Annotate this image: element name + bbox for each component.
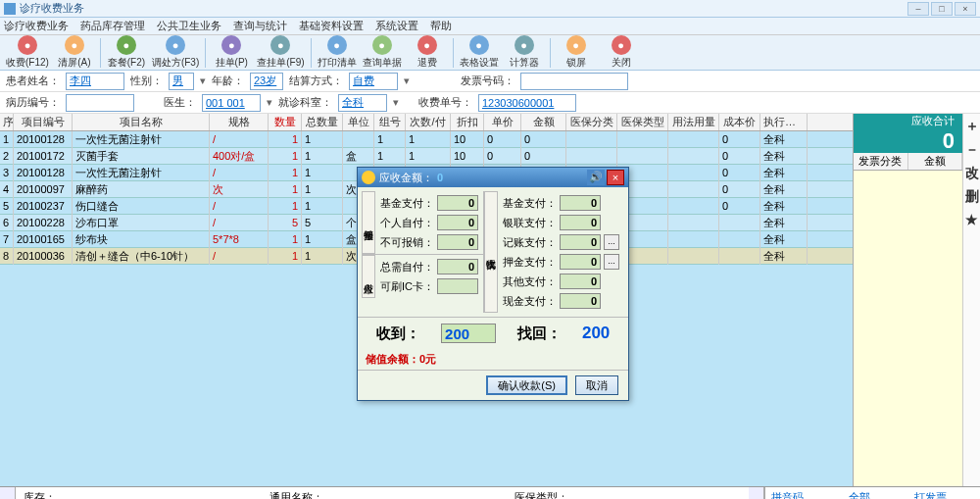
side-btn-4[interactable]: ★ [965,212,978,227]
toolbar-锁屏[interactable]: ●锁屏 [557,35,596,70]
instype-label: 医保类型： [514,491,568,499]
feeno-input[interactable] [478,94,576,112]
dlg-close-button[interactable]: × [607,170,624,185]
col-header[interactable]: 次数/付 [406,114,451,130]
col-header[interactable]: 组号 [374,114,406,130]
dlg-speaker-icon[interactable]: 🔊 [587,170,605,185]
cell: 0 [719,131,760,148]
toolbar-调处方(F3)[interactable]: ●调处方(F3) [152,35,199,70]
table-row[interactable]: 120100128一次性无菌注射针/111110000全科 [0,131,853,148]
close-button[interactable]: × [955,2,976,16]
pay-field-value[interactable]: 0 [560,195,601,211]
cell: 全科 [760,131,808,148]
pay-field-value[interactable]: 0 [560,274,601,289]
menu-item-1[interactable]: 药品库存管理 [80,19,145,33]
received-input[interactable] [441,324,496,343]
col-header[interactable]: 金额 [521,114,566,130]
confirm-payment-button[interactable]: 确认收款(S) [486,375,567,395]
table-row[interactable]: 220100172灭菌手套400对/盒11盒1110000全科 [0,148,853,165]
aux-link-2[interactable]: 打发票 [914,490,974,499]
col-header[interactable]: 项目名称 [73,114,210,130]
toolbar-表格设置[interactable]: ●表格设置 [460,35,499,70]
toolbar-separator [453,38,454,68]
pay-field-value[interactable]: 0 [437,215,478,230]
pay-field-value[interactable] [437,278,478,294]
toolbar-打印清单[interactable]: ●打印清单 [318,35,357,70]
doctor-input[interactable] [202,94,261,112]
side-btn-2[interactable]: 改 [965,165,979,182]
cell: / [210,215,269,231]
cell: 20100165 [14,231,73,248]
menu-item-5[interactable]: 系统设置 [375,19,418,33]
toolbar-关闭[interactable]: ●关闭 [602,35,641,70]
toolbar-退费[interactable]: ●退费 [408,35,447,70]
side-btn-0[interactable]: ＋ [965,118,979,135]
menu-item-0[interactable]: 诊疗收费业务 [4,19,69,33]
col-header[interactable]: 成本价 [719,114,760,130]
pay-field-value[interactable]: 0 [437,234,478,250]
col-header[interactable]: 规格 [210,114,269,130]
invoice-input[interactable] [520,73,628,90]
toolbar-separator [550,38,551,68]
toolbar-套餐(F2)[interactable]: ●套餐(F2) [107,35,146,70]
col-header[interactable]: 数量 [269,114,302,130]
toolbar-label: 套餐(F2) [108,56,145,70]
toolbar-挂单(P)[interactable]: ●挂单(P) [212,35,251,70]
age-input[interactable] [250,73,283,90]
menu-item-3[interactable]: 查询与统计 [233,19,287,33]
toolbar-计算器[interactable]: ●计算器 [505,35,544,70]
toolbar-label: 锁屏 [566,56,586,70]
ellipsis-button[interactable]: ... [604,254,619,270]
menu-item-4[interactable]: 基础资料设置 [299,19,364,33]
col-header[interactable]: 医保分类 [566,114,617,130]
col-header[interactable]: 项目编号 [14,114,73,130]
pay-field-value[interactable]: 0 [560,215,601,230]
toolbar-查挂单(F9)[interactable]: ●查挂单(F9) [257,35,304,70]
toolbar-icon: ● [65,35,84,55]
cell [668,198,719,215]
cell: 1 [406,131,451,148]
pay-field-value[interactable]: 0 [560,293,601,309]
side-btn-3[interactable]: 删 [965,188,979,206]
col-header[interactable]: 医保类型 [617,114,668,130]
patient-input[interactable] [66,73,124,90]
col-header[interactable]: 执行科室 [760,114,808,130]
col-header[interactable]: 折扣 [451,114,484,130]
record-input[interactable] [66,94,134,112]
pay-field-value[interactable]: 0 [437,259,478,274]
col-header[interactable]: 用法用量 [668,114,719,130]
side-btn-1[interactable]: － [965,141,979,159]
toolbar-icon: ● [612,35,631,55]
doctor-label: 医生： [164,95,196,110]
col-header[interactable]: 序 [0,114,14,130]
aux-link-1[interactable]: 全部 [849,490,898,499]
cell: 纱布块 [73,231,210,248]
aux-link-0[interactable]: 拼音码 [771,490,831,499]
ellipsis-button[interactable]: ... [604,234,619,250]
cell: 1 [302,198,343,215]
pay-field-value[interactable]: 0 [437,195,478,211]
col-header[interactable]: 总数量 [302,114,343,130]
col-header[interactable]: 单位 [343,114,374,130]
toolbar-收费(F12)[interactable]: ●收费(F12) [6,35,49,70]
stored-balance: 储值余额：0元 [358,349,628,370]
pay-field-value[interactable]: 0 [560,254,601,270]
maximize-button[interactable]: □ [931,2,953,16]
sex-input[interactable] [169,73,194,90]
cell: 400对/盒 [210,148,269,165]
toolbar-清屏(A)[interactable]: ●清屏(A) [55,35,94,70]
settle-input[interactable] [349,73,398,90]
menu-item-6[interactable]: 帮助 [430,19,452,33]
minimize-button[interactable]: – [907,2,929,16]
cell [668,148,719,165]
toolbar-查询单据[interactable]: ●查询单据 [363,35,402,70]
cell: 全科 [760,231,808,248]
pay-field-value[interactable]: 0 [560,234,601,250]
cell: 次 [210,181,269,198]
menu-item-2[interactable]: 公共卫生业务 [157,19,221,33]
cell: 1 [302,231,343,248]
dept-input[interactable] [338,94,387,112]
cancel-payment-button[interactable]: 取消 [575,375,618,395]
col-header[interactable]: 单价 [484,114,521,130]
cell: 7 [0,231,14,248]
